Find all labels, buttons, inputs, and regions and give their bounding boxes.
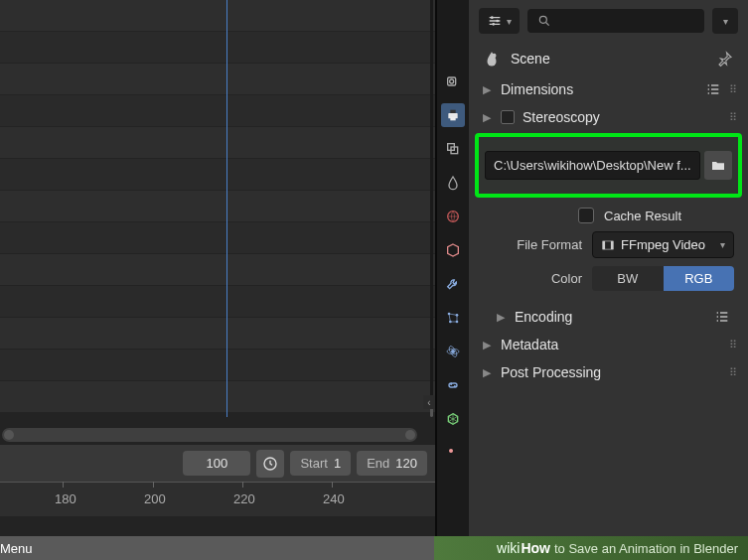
camera-back-icon — [445, 73, 461, 89]
section-label: Encoding — [515, 309, 714, 325]
scene-header: Scene — [469, 42, 748, 75]
footer: Menu wikiHow to Save an Animation in Ble… — [0, 536, 748, 560]
section-label: Metadata — [501, 337, 729, 352]
logo-wiki: wiki — [497, 540, 520, 556]
svg-point-18 — [491, 16, 494, 19]
svg-rect-1 — [448, 77, 456, 85]
tab-render[interactable] — [441, 70, 465, 93]
timeline-ruler[interactable]: 180 200 220 240 — [0, 482, 435, 516]
track-row[interactable] — [0, 64, 435, 95]
video-icon — [601, 238, 615, 252]
tab-constraints[interactable] — [441, 373, 465, 397]
section-encoding[interactable]: ▶ Encoding — [469, 303, 748, 331]
track-row[interactable] — [0, 222, 435, 254]
tab-physics[interactable] — [441, 340, 465, 363]
track-row[interactable] — [0, 350, 435, 381]
editor-type-dropdown[interactable]: ▾ — [479, 8, 520, 34]
cache-result-label: Cache Result — [604, 209, 681, 223]
color-segmented: BW RGB — [592, 266, 734, 291]
end-frame-field[interactable]: End 120 — [357, 451, 427, 476]
stereoscopy-checkbox[interactable] — [501, 110, 515, 124]
ruler-tick: 200 — [144, 491, 166, 506]
section-label: Dimensions — [501, 81, 705, 97]
track-row[interactable] — [0, 32, 435, 64]
tab-output[interactable] — [441, 103, 465, 127]
color-row: Color BW RGB — [469, 262, 748, 295]
clock-icon — [262, 456, 278, 472]
file-format-value: FFmpeg Video — [621, 237, 705, 252]
drag-handle-icon[interactable]: ⠿ — [729, 366, 738, 379]
timeline-controls: 100 Start 1 End 120 — [0, 444, 435, 482]
track-row[interactable] — [0, 318, 435, 350]
section-post-processing[interactable]: ▶ Post Processing ⠿ — [469, 358, 748, 386]
drag-handle-icon[interactable]: ⠿ — [729, 83, 738, 96]
drag-handle-icon[interactable]: ⠿ — [729, 111, 738, 124]
chevron-down-icon: ▾ — [720, 239, 725, 250]
properties-header: ▾ ▾ — [469, 0, 748, 42]
timeline-tracks — [0, 0, 435, 417]
tab-world[interactable] — [441, 205, 465, 228]
file-format-dropdown[interactable]: FFmpeg Video ▾ — [592, 231, 734, 258]
track-row[interactable] — [0, 95, 435, 127]
cache-result-checkbox[interactable] — [578, 208, 594, 223]
start-frame-field[interactable]: Start 1 — [290, 451, 351, 476]
chevron-right-icon: ▶ — [497, 311, 509, 324]
properties-search[interactable] — [527, 9, 704, 33]
svg-point-13 — [451, 350, 455, 353]
end-label: End — [367, 456, 389, 471]
tab-viewlayer[interactable] — [441, 137, 465, 161]
tab-object[interactable] — [441, 238, 465, 262]
browse-folder-button[interactable] — [704, 151, 732, 180]
tab-scene[interactable] — [441, 171, 465, 195]
presets-icon[interactable] — [705, 81, 721, 97]
start-label: Start — [300, 456, 327, 471]
output-path-field[interactable]: C:\Users\wikihow\Desktop\New f... — [485, 151, 700, 180]
options-dropdown[interactable]: ▾ — [712, 8, 738, 34]
file-format-row: File Format FFmpeg Video ▾ — [469, 227, 748, 262]
svg-point-21 — [539, 16, 546, 23]
physics-icon — [445, 344, 461, 359]
svg-point-2 — [450, 79, 454, 83]
tab-data[interactable] — [441, 407, 465, 431]
section-dimensions[interactable]: ▶ Dimensions ⠿ — [469, 75, 748, 103]
track-row[interactable] — [0, 159, 435, 191]
section-metadata[interactable]: ▶ Metadata ⠿ — [469, 331, 748, 358]
collapse-chevron-icon[interactable]: ‹ — [423, 395, 435, 409]
wrench-icon — [445, 276, 461, 292]
chevron-right-icon: ▶ — [483, 111, 495, 124]
track-row[interactable] — [0, 254, 435, 286]
section-stereoscopy[interactable]: ▶ Stereoscopy ⠿ — [469, 103, 748, 131]
ruler-tick: 180 — [55, 491, 76, 506]
vertical-scrollbar[interactable] — [430, 0, 433, 417]
section-label: Stereoscopy — [523, 109, 729, 125]
color-rgb-option[interactable]: RGB — [664, 266, 735, 291]
color-bw-option[interactable]: BW — [592, 266, 664, 291]
playhead[interactable] — [226, 0, 227, 417]
wikihow-logo: wikiHow — [497, 540, 554, 556]
track-row[interactable] — [0, 0, 435, 32]
cube-icon — [445, 242, 461, 258]
particles-icon — [445, 310, 461, 326]
svg-point-20 — [492, 23, 495, 26]
timeline-area: 100 Start 1 End 120 180 200 220 240 — [0, 0, 437, 536]
tab-modifiers[interactable] — [441, 272, 465, 296]
svg-rect-24 — [603, 240, 605, 248]
properties-tabs — [437, 0, 469, 536]
current-frame-value: 100 — [207, 456, 228, 471]
printer-icon — [445, 107, 461, 123]
tab-material[interactable] — [441, 441, 465, 465]
chevron-right-icon: ▶ — [483, 339, 495, 351]
timeline-scrollbar[interactable] — [2, 428, 417, 442]
track-row[interactable] — [0, 127, 435, 159]
auto-keying-toggle[interactable] — [256, 450, 284, 478]
current-frame-field[interactable]: 100 — [183, 451, 250, 476]
track-row[interactable] — [0, 191, 435, 222]
tab-particles[interactable] — [441, 306, 465, 330]
footer-menu-text: Menu — [0, 541, 33, 556]
presets-icon[interactable] — [714, 309, 730, 325]
track-row[interactable] — [0, 381, 435, 413]
ruler-tick: 240 — [323, 491, 345, 506]
drag-handle-icon[interactable]: ⠿ — [729, 339, 738, 351]
pin-icon[interactable] — [716, 50, 734, 68]
track-row[interactable] — [0, 286, 435, 318]
